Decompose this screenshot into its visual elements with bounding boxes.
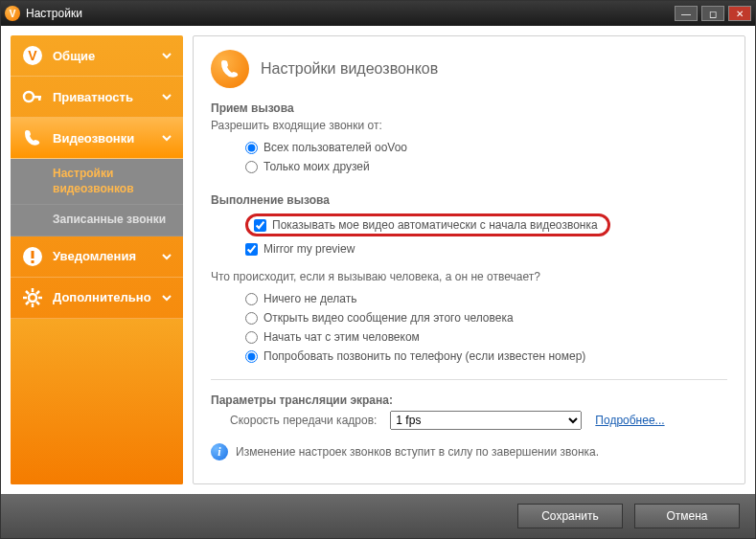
checkbox-show-video[interactable] [254,219,266,232]
app-logo-icon: V [5,6,20,21]
radio-video-message[interactable] [245,312,258,325]
sub-item-recorded-calls[interactable]: Записанные звонки [11,205,183,236]
radio-label: Начать чат с этим человеком [263,330,420,344]
sidebar-filler [11,319,183,484]
sidebar-item-general[interactable]: V Общие [11,35,183,77]
videocall-icon [211,50,249,88]
sidebar: V Общие Приватность Вид [11,35,183,484]
chevron-down-icon [162,133,172,143]
sidebar-item-advanced[interactable]: Дополнительно [11,278,183,319]
radio-friends-only[interactable] [245,161,258,173]
sidebar-label: Уведомления [53,249,136,263]
sub-item-label: Записанные звонки [53,213,166,226]
radio-label: Открыть видео сообщение для этого челове… [263,311,514,325]
sidebar-label: Приватность [53,90,133,104]
checkbox-row-mirror[interactable]: Mirror my preview [245,239,727,258]
no-answer-question: Что происходит, если я вызываю человека,… [211,270,727,283]
section-outgoing-title: Выполнение вызова [211,193,727,207]
sidebar-item-notifications[interactable]: Уведомления [11,236,183,278]
radio-row-all-users[interactable]: Всех пользователей ooVoo [245,138,727,157]
fps-label: Скорость передачи кадров: [230,414,377,427]
checkbox-row-show-video[interactable]: Показывать мое видео автоматически с нач… [245,211,727,239]
svg-line-16 [36,291,39,294]
chevron-down-icon [162,51,172,60]
chevron-down-icon [162,92,172,101]
general-icon: V [22,45,43,66]
content-panel: Настройки видеозвонков Прием вызова Разр… [193,35,745,484]
info-text: Изменение настроек звонков вступит в сил… [236,445,599,459]
maximize-button[interactable]: ◻ [701,6,724,21]
radio-do-nothing[interactable] [245,293,258,305]
radio-try-phone[interactable] [245,350,258,363]
radio-row-phone[interactable]: Попробовать позвонить по телефону (если … [245,347,727,366]
minimize-button[interactable]: — [675,6,698,21]
sidebar-label: Дополнительно [53,290,151,304]
sidebar-item-privacy[interactable]: Приватность [11,77,183,118]
svg-rect-4 [38,96,41,101]
radio-label: Ничего не делать [263,292,357,305]
body: V Общие Приватность Вид [1,26,755,494]
sidebar-subitems: Настройки видеозвонков Записанные звонки [11,159,183,236]
svg-line-13 [26,291,29,294]
info-icon: i [211,443,228,460]
radio-label: Всех пользователей ooVoo [263,141,407,154]
divider [211,379,727,380]
radio-label: Только моих друзей [263,160,370,173]
sub-item-label: Настройки видеозвонков [53,167,134,195]
titlebar: V Настройки — ◻ ✕ [1,1,755,26]
svg-point-2 [24,92,34,101]
highlight-annotation: Показывать мое видео автоматически с нач… [245,213,610,236]
info-row: i Изменение настроек звонков вступит в с… [211,443,727,460]
svg-line-14 [36,302,39,304]
sub-item-video-settings[interactable]: Настройки видеозвонков [11,159,183,205]
sidebar-item-videocalls[interactable]: Видеозвонки [11,118,183,159]
window-title: Настройки [26,7,675,20]
svg-text:V: V [28,48,37,63]
key-icon [22,86,43,107]
svg-line-15 [26,302,29,304]
save-button[interactable]: Сохранить [517,504,623,528]
settings-window: V Настройки — ◻ ✕ V Общие Приват [0,0,756,539]
checkbox-label: Показывать мое видео автоматически с нач… [272,218,598,232]
page-title: Настройки видеозвонков [261,60,438,78]
fps-row: Скорость передачи кадров: 1 fps Подробне… [211,411,727,430]
fps-select[interactable]: 1 fps [390,411,582,430]
radio-label: Попробовать позвонить по телефону (если … [263,349,585,363]
chevron-down-icon [162,252,172,261]
more-link[interactable]: Подробнее... [595,414,664,427]
alert-icon [22,246,43,267]
svg-rect-6 [32,251,34,258]
checkbox-label: Mirror my preview [263,242,355,256]
gear-icon [22,287,43,308]
window-controls: — ◻ ✕ [675,6,751,21]
section-incoming-title: Прием вызова [211,101,727,115]
radio-row-friends[interactable]: Только моих друзей [245,157,727,176]
radio-row-vmsg[interactable]: Открыть видео сообщение для этого челове… [245,308,727,327]
section-screen-title: Параметры трансляции экрана: [211,393,727,407]
svg-rect-7 [32,260,34,263]
close-button[interactable]: ✕ [728,6,751,21]
svg-point-8 [29,294,36,302]
radio-all-users[interactable] [245,142,258,154]
sidebar-label: Видеозвонки [53,131,134,146]
cancel-button[interactable]: Отмена [634,504,740,528]
radio-start-chat[interactable] [245,331,258,344]
chevron-down-icon [162,293,172,303]
section-incoming-sub: Разрешить входящие звонки от: [211,119,727,132]
content-header: Настройки видеозвонков [211,50,727,88]
footer: Сохранить Отмена [1,494,755,538]
phone-icon [22,127,43,148]
checkbox-mirror-preview[interactable] [245,243,258,256]
sidebar-label: Общие [53,49,95,63]
radio-row-chat[interactable]: Начать чат с этим человеком [245,327,727,347]
radio-row-nothing[interactable]: Ничего не делать [245,289,727,308]
